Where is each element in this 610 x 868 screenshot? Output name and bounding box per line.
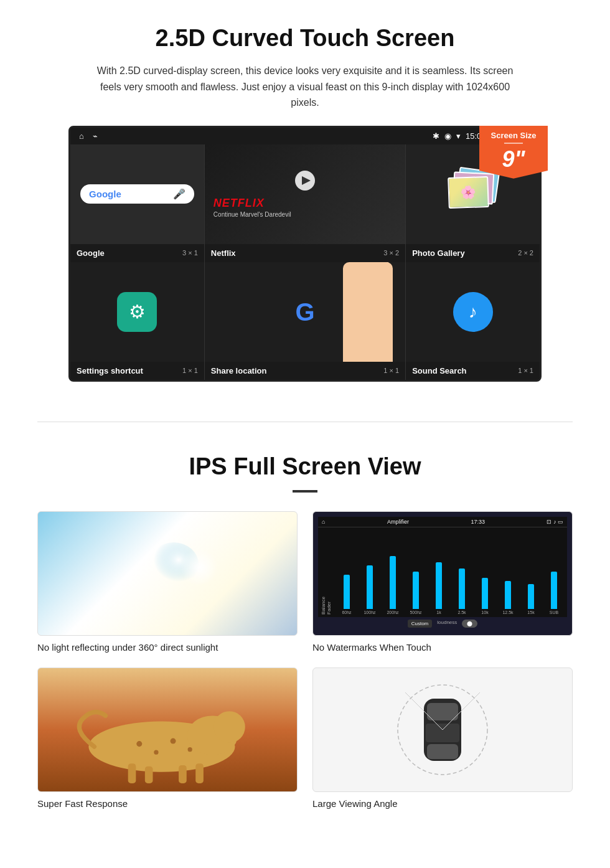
- sun-flare: [181, 549, 218, 586]
- location-icon: ◉: [444, 131, 451, 141]
- section-divider: [37, 422, 573, 422]
- amp-bar: [390, 556, 396, 609]
- cheetah-image: [37, 668, 298, 792]
- badge-separator: [504, 143, 523, 144]
- sound-name: Sound Search: [412, 366, 466, 375]
- status-bar-left: ⌂ ⌁: [79, 131, 98, 141]
- amp-bar-item: 2.5k: [451, 568, 472, 615]
- amp-bar: [528, 584, 534, 609]
- amp-bar-label: 500hz: [410, 610, 421, 615]
- settings-icon-wrap: ⚙: [117, 292, 157, 332]
- google-g-icon: G: [295, 300, 314, 324]
- section1-description: With 2.5D curved-display screen, this de…: [93, 63, 517, 111]
- svg-rect-9: [145, 767, 153, 783]
- amp-bars-container: BalanceFader 60hz100hz200hz500hz1k2.5k10…: [318, 527, 567, 617]
- car-image: [312, 668, 573, 792]
- screen-size-badge: Screen Size 9": [479, 126, 548, 179]
- feature-amplifier: ⌂ Amplifier 17:33 ⊡ ♪ ▭ BalanceFader 60h…: [312, 511, 573, 653]
- section1-title: 2.5D Curved Touch Screen: [37, 25, 573, 52]
- amp-footer: Custom loudness ⬤: [318, 617, 567, 630]
- amp-toggle[interactable]: ⬤: [462, 620, 477, 628]
- amp-loudness-label: loudness: [437, 620, 457, 628]
- amp-title: Amplifier: [387, 519, 409, 525]
- amp-bar-item: 12.5k: [497, 581, 518, 615]
- cheetah-caption: Super Fast Response: [37, 798, 298, 809]
- svg-line-13: [405, 692, 443, 730]
- netflix-name: Netflix: [211, 248, 236, 258]
- amp-bars: 60hz100hz200hz500hz1k2.5k10k12.5k15kSUB: [336, 552, 565, 615]
- amp-bar-item: 100hz: [359, 565, 380, 615]
- share-size: 1 × 1: [383, 367, 399, 374]
- device-container: Screen Size 9" ⌂ ⌁ ✱ ◉ ▾ 15:06 ⊡ ♪ ⊠: [68, 126, 542, 382]
- amp-home-icon: ⌂: [322, 519, 325, 525]
- share-label: Share location 1 × 1: [205, 362, 405, 380]
- amp-bar-label: 100hz: [364, 610, 375, 615]
- car-view-container: [393, 680, 492, 780]
- amp-balance-label: BalanceFader: [321, 597, 332, 615]
- app-cell-settings[interactable]: ⚙ Settings shortcut 1 × 1: [70, 262, 205, 380]
- app-grid-bottom: ⚙ Settings shortcut 1 × 1 G: [70, 262, 540, 380]
- app-grid-top: Google 🎤 Google 3 × 1 N: [70, 144, 540, 262]
- amp-bar-item: 15k: [520, 584, 542, 615]
- device-frame: ⌂ ⌁ ✱ ◉ ▾ 15:06 ⊡ ♪ ⊠ ▭: [68, 126, 542, 382]
- amp-bar: [551, 572, 557, 609]
- netflix-logo: NETFLIX: [214, 197, 265, 210]
- amp-bar-item: 10k: [474, 578, 495, 615]
- amp-bar-label: 12.5k: [502, 610, 513, 615]
- google-name: Google: [77, 248, 105, 258]
- amp-bar-label: 1k: [436, 610, 441, 615]
- app-cell-sound[interactable]: ♪ Sound Search 1 × 1: [406, 262, 540, 380]
- amplifier-image: ⌂ Amplifier 17:33 ⊡ ♪ ▭ BalanceFader 60h…: [312, 511, 573, 636]
- netflix-label: Netflix 3 × 2: [205, 244, 405, 262]
- amp-bar: [344, 575, 350, 609]
- section2-title: IPS Full Screen View: [37, 453, 573, 480]
- amp-custom-btn[interactable]: Custom: [408, 620, 433, 628]
- svg-point-7: [188, 747, 192, 752]
- svg-rect-10: [179, 765, 187, 783]
- svg-point-3: [214, 711, 245, 743]
- svg-point-5: [154, 750, 158, 754]
- sound-preview: ♪: [406, 262, 540, 362]
- google-search-box[interactable]: Google 🎤: [80, 184, 194, 204]
- gear-icon: ⚙: [129, 301, 146, 323]
- amp-bar-label: 60hz: [342, 610, 351, 615]
- amp-bar: [482, 578, 488, 609]
- section-ips-screen: IPS Full Screen View No light reflecting…: [0, 441, 610, 834]
- feature-car: Large Viewing Angle: [312, 668, 573, 809]
- play-button[interactable]: [295, 171, 315, 191]
- netflix-subtitle: Continue Marvel's Daredevil: [214, 211, 291, 218]
- google-label: Google 3 × 1: [70, 244, 204, 262]
- photo-stack: 🌸: [448, 169, 498, 219]
- badge-title: Screen Size: [483, 131, 544, 140]
- feature-sunlight: No light reflecting under 360° direct su…: [37, 511, 298, 653]
- amp-bar-item: 1k: [428, 562, 449, 615]
- amp-time: 17:33: [471, 519, 485, 525]
- google-logo: Google: [89, 189, 121, 199]
- app-cell-google[interactable]: Google 🎤 Google 3 × 1: [70, 144, 205, 262]
- svg-line-14: [443, 692, 480, 730]
- amplifier-caption: No Watermarks When Touch: [312, 642, 573, 653]
- finger1: [352, 262, 364, 275]
- amp-bar-label: 10k: [481, 610, 488, 615]
- google-preview: Google 🎤: [70, 144, 204, 244]
- app-cell-netflix[interactable]: NETFLIX Continue Marvel's Daredevil Netf…: [205, 144, 406, 262]
- amp-bar: [436, 562, 442, 609]
- voice-icon: 🎤: [173, 188, 185, 200]
- feature-grid: No light reflecting under 360° direct su…: [37, 511, 573, 809]
- usb-icon: ⌁: [93, 131, 98, 141]
- feature-cheetah: Super Fast Response: [37, 668, 298, 809]
- amp-bar-item: 200hz: [382, 556, 403, 615]
- sound-label: Sound Search 1 × 1: [406, 362, 540, 380]
- amp-bar-item: 60hz: [336, 575, 357, 615]
- amp-bar-item: SUB: [543, 572, 565, 615]
- svg-rect-8: [128, 763, 136, 783]
- car-angle-circle: [393, 680, 492, 780]
- amp-icons: ⊡ ♪ ▭: [547, 519, 563, 525]
- amp-bar: [367, 565, 373, 609]
- home-icon: ⌂: [79, 131, 84, 141]
- section-curved-screen: 2.5D Curved Touch Screen With 2.5D curve…: [0, 0, 610, 403]
- settings-size: 1 × 1: [182, 367, 198, 374]
- flower-emoji: 🌸: [460, 184, 476, 200]
- app-cell-share[interactable]: G Share location 1 × 1: [205, 262, 406, 380]
- music-note-icon: ♪: [469, 302, 477, 322]
